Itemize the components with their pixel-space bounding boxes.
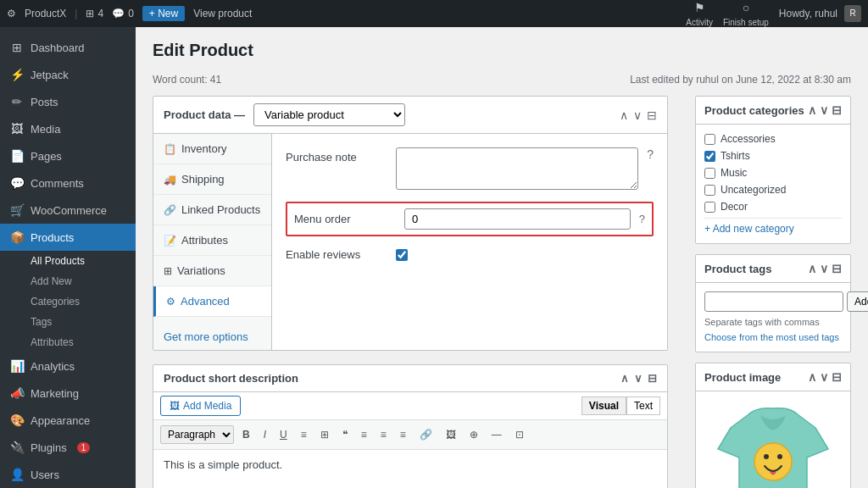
collapse-up-icon[interactable]: ∧ — [620, 372, 629, 385]
submenu-all-products[interactable]: All Products — [31, 251, 136, 271]
insert-media-button[interactable]: ⊕ — [465, 426, 483, 443]
image-toggle-icon[interactable]: ⊟ — [832, 370, 842, 384]
shipping-tab-icon: 🚚 — [164, 174, 176, 186]
submenu-categories[interactable]: Categories — [31, 291, 136, 312]
new-button[interactable]: + New — [142, 6, 185, 21]
tag-input[interactable] — [704, 291, 843, 312]
sidebar-item-comments[interactable]: 💬 Comments — [0, 169, 136, 197]
analytics-icon: 📊 — [10, 359, 24, 373]
menu-order-help-icon[interactable]: ? — [639, 213, 645, 225]
tab-linked-products[interactable]: 🔗 Linked Products — [153, 195, 271, 225]
submenu-tags[interactable]: Tags — [31, 312, 136, 332]
sidebar-item-dashboard[interactable]: ⊞ Dashboard — [0, 34, 136, 61]
enable-reviews-checkbox[interactable] — [396, 249, 408, 261]
category-accessories-checkbox[interactable] — [704, 134, 715, 145]
sidebar-item-media[interactable]: 🖼 Media — [0, 115, 136, 142]
attributes-tab-icon: 📝 — [164, 235, 176, 247]
add-media-button[interactable]: 🖼 Add Media — [160, 396, 241, 416]
image-collapse-up-icon[interactable]: ∧ — [808, 370, 816, 384]
collapse-down-icon[interactable]: ∨ — [634, 372, 643, 385]
tab-variations[interactable]: ⊞ Variations — [153, 256, 271, 286]
category-music-checkbox[interactable] — [704, 168, 715, 179]
purchase-note-help-icon[interactable]: ? — [647, 147, 654, 161]
site-name[interactable]: ProductX — [25, 8, 66, 19]
collapse-up-icon[interactable]: ∧ — [620, 108, 628, 122]
enable-reviews-row: Enable reviews — [286, 248, 654, 261]
tags-toggle-icon[interactable]: ⊟ — [832, 262, 842, 275]
editor-toolbar: Paragraph B I U ≡ ⊞ ❝ ≡ ≡ ≡ 🔗 🖼 ⊕ — [153, 420, 667, 450]
paragraph-select[interactable]: Paragraph — [160, 425, 234, 444]
tags-collapse-up-icon[interactable]: ∧ — [808, 262, 816, 275]
add-tag-button[interactable]: Add — [847, 291, 868, 312]
sidebar-item-appearance[interactable]: 🎨 Appearance — [0, 407, 136, 434]
products-submenu: All Products Add New Categories Tags Att… — [0, 251, 136, 352]
product-image[interactable] — [714, 398, 832, 488]
sidebar-item-plugins[interactable]: 🔌 Plugins 1 — [0, 434, 136, 461]
get-more-options-link[interactable]: Get more options — [153, 317, 271, 350]
sidebar-item-marketing[interactable]: 📣 Marketing — [0, 380, 136, 407]
cat-toggle-icon[interactable]: ⊟ — [832, 103, 842, 117]
bold-button[interactable]: B — [237, 426, 255, 443]
hr-button[interactable]: — — [487, 426, 507, 443]
blockquote-button[interactable]: ❝ — [337, 426, 353, 443]
sidebar-item-pages[interactable]: 📄 Pages — [0, 142, 136, 169]
fullscreen-button[interactable]: ⊡ — [510, 426, 529, 443]
image-collapse-down-icon[interactable]: ∨ — [820, 370, 828, 384]
add-new-category-link[interactable]: + Add new category — [704, 223, 794, 235]
products-icon: 📦 — [10, 230, 24, 244]
tags-collapse-down-icon[interactable]: ∨ — [820, 262, 828, 275]
linked-tab-icon: 🔗 — [164, 204, 176, 216]
comments-icon: 💬 — [10, 176, 24, 190]
align-center-button[interactable]: ≡ — [376, 426, 392, 443]
sidebar-item-analytics[interactable]: 📊 Analytics — [0, 352, 136, 380]
enable-reviews-label: Enable reviews — [286, 248, 387, 261]
cat-collapse-up-icon[interactable]: ∧ — [808, 103, 816, 117]
product-type-select[interactable]: Variable product Simple product Grouped … — [253, 103, 405, 126]
visual-tab-button[interactable]: Visual — [581, 396, 626, 415]
editor-content[interactable]: This is a simple product. — [153, 450, 667, 488]
category-tshirts: Tshirts — [704, 150, 842, 162]
choose-tags-link[interactable]: Choose from the most used tags — [704, 332, 839, 342]
purchase-note-input[interactable] — [396, 147, 638, 190]
tab-attributes[interactable]: 📝 Attributes — [153, 225, 271, 256]
short-description-box: Product short description ∧ ∨ ⊟ 🖼 Add Me… — [153, 364, 668, 488]
submenu-attributes[interactable]: Attributes — [31, 332, 136, 352]
toggle-icon[interactable]: ⊟ — [647, 108, 657, 122]
link-button[interactable]: 🔗 — [415, 426, 437, 443]
comments-count[interactable]: 💬 0 — [112, 8, 134, 19]
sidebar: ⊞ Dashboard ⚡ Jetpack ✏ Posts 🖼 Media 📄 … — [0, 27, 136, 488]
cat-collapse-down-icon[interactable]: ∨ — [820, 103, 828, 117]
ol-button[interactable]: ≡ — [296, 426, 312, 443]
sidebar-item-jetpack[interactable]: ⚡ Jetpack — [0, 61, 136, 88]
menu-order-input[interactable]: 0 — [404, 208, 631, 230]
tab-inventory[interactable]: 📋 Inventory — [153, 134, 271, 164]
tab-shipping[interactable]: 🚚 Shipping — [153, 164, 271, 195]
align-right-button[interactable]: ≡ — [395, 426, 411, 443]
underline-button[interactable]: U — [275, 426, 292, 443]
updates-count[interactable]: ⊞ 4 — [86, 8, 103, 19]
short-desc-controls: ∧ ∨ ⊟ — [620, 372, 657, 385]
italic-button[interactable]: I — [259, 426, 271, 443]
insert-image-button[interactable]: 🖼 — [441, 426, 461, 443]
advanced-tab-icon: ⚙ — [166, 296, 175, 308]
product-data-content: 📋 Inventory 🚚 Shipping 🔗 Linked Products — [153, 134, 667, 350]
toggle-icon[interactable]: ⊟ — [648, 372, 657, 385]
sidebar-item-users[interactable]: 👤 Users — [0, 461, 136, 488]
category-tshirts-checkbox[interactable] — [704, 151, 715, 162]
align-left-button[interactable]: ≡ — [356, 426, 372, 443]
sidebar-item-woocommerce[interactable]: 🛒 WooCommerce — [0, 197, 136, 224]
ul-button[interactable]: ⊞ — [315, 426, 334, 443]
tab-advanced[interactable]: ⚙ Advanced — [153, 286, 271, 317]
sidebar-item-products[interactable]: 📦 Products — [0, 224, 136, 251]
finish-setup-button[interactable]: ○ Finish setup — [723, 1, 769, 27]
categories-controls: ∧ ∨ ⊟ — [808, 103, 842, 117]
category-uncategorized-checkbox[interactable] — [704, 185, 715, 196]
collapse-down-icon[interactable]: ∨ — [633, 108, 642, 122]
sidebar-item-posts[interactable]: ✏ Posts — [0, 88, 136, 115]
view-product-link[interactable]: View product — [193, 8, 252, 19]
text-tab-button[interactable]: Text — [626, 396, 660, 415]
category-decor-checkbox[interactable] — [704, 202, 715, 213]
activity-button[interactable]: ⚑ Activity — [686, 1, 713, 27]
wp-logo[interactable]: ⚙ — [7, 8, 16, 19]
submenu-add-new[interactable]: Add New — [31, 271, 136, 291]
